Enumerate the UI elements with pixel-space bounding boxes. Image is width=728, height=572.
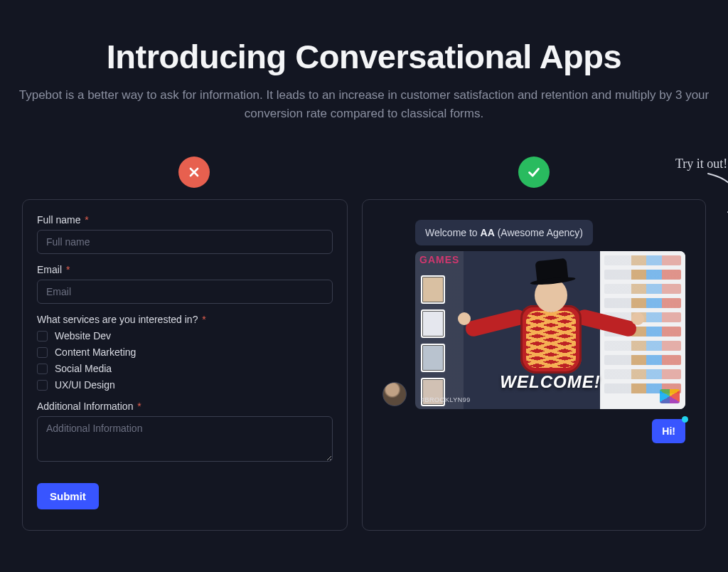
hero-subtitle: Typebot is a better way to ask for infor… <box>17 86 711 122</box>
full-name-label: Full name * <box>37 214 333 226</box>
checkbox-row[interactable]: Content Marketing <box>37 346 333 358</box>
classical-form-panel: Full name * Email * What services are yo… <box>22 199 348 531</box>
checkbox-label: Social Media <box>55 363 112 374</box>
hero: Introducing Conversational Apps Typebot … <box>0 0 728 122</box>
checkbox-row[interactable]: Social Media <box>37 363 333 374</box>
conversational-chat-panel: Welcome to AA (Awesome Agency) GAMES <box>362 199 706 531</box>
additional-info-textarea[interactable] <box>37 416 333 462</box>
services-label: What services are you interested in? * <box>37 314 333 325</box>
chat-bubble-welcome: Welcome to AA (Awesome Agency) <box>415 220 593 245</box>
comparison-badges: Try it out! <box>16 157 712 188</box>
email-input[interactable] <box>37 280 333 304</box>
checkbox-icon[interactable] <box>37 364 48 374</box>
cross-icon <box>178 157 210 188</box>
checkbox-label: Content Marketing <box>55 346 136 358</box>
photo-thumbnails <box>421 275 445 406</box>
full-name-input[interactable] <box>37 230 333 254</box>
notification-dot-icon <box>682 416 688 423</box>
checkbox-icon[interactable] <box>37 331 48 341</box>
checkbox-label: UX/UI Design <box>55 379 115 391</box>
checkbox-label: Website Dev <box>55 330 111 341</box>
chat-reply-button[interactable]: Hi! <box>652 419 685 443</box>
checkbox-row[interactable]: UX/UI Design <box>37 379 333 391</box>
try-it-out-label: Try it out! <box>675 157 727 171</box>
media-overlay-text: WELCOME! <box>500 372 600 392</box>
email-label: Email * <box>37 264 333 275</box>
chat-media-gif: GAMES WELCOME! #BROOKLYN99 <box>415 251 685 409</box>
avatar <box>382 382 407 406</box>
checkbox-icon[interactable] <box>37 380 48 391</box>
hero-title: Introducing Conversational Apps <box>17 37 711 76</box>
media-corner-tag: GAMES <box>419 254 459 265</box>
checkbox-icon[interactable] <box>37 347 48 358</box>
nbc-logo-icon <box>660 389 680 403</box>
media-hashtag: #BROOKLYN99 <box>421 396 471 403</box>
checkbox-row[interactable]: Website Dev <box>37 330 333 341</box>
submit-button[interactable]: Submit <box>37 483 99 509</box>
additional-info-label: Additional Information * <box>37 401 333 412</box>
check-icon <box>518 157 550 188</box>
